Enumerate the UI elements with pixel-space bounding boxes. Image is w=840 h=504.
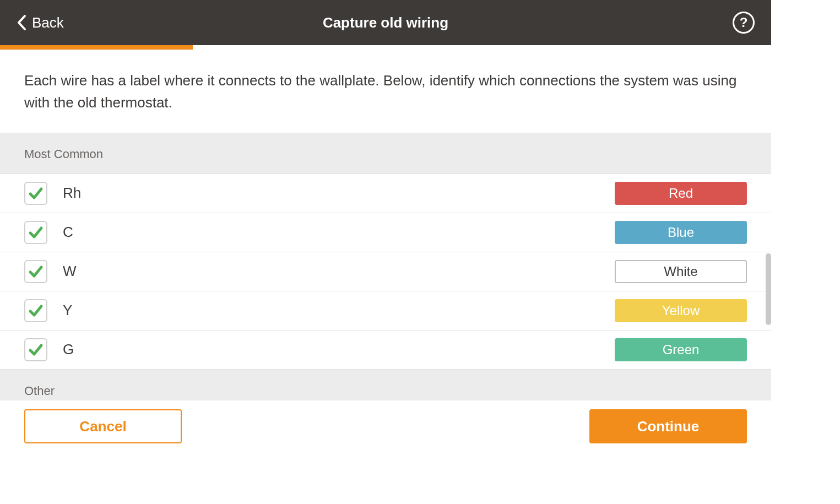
wire-label: Y — [63, 302, 599, 319]
back-button[interactable]: Back — [17, 14, 64, 31]
wire-color-badge[interactable]: Yellow — [615, 299, 747, 322]
page-title: Capture old wiring — [323, 14, 448, 31]
wire-checkbox[interactable] — [24, 182, 47, 205]
wire-label: G — [63, 341, 599, 358]
check-icon — [28, 263, 44, 280]
wire-checkbox[interactable] — [24, 260, 47, 283]
check-icon — [28, 224, 44, 241]
wire-checkbox[interactable] — [24, 338, 47, 361]
check-icon — [28, 185, 44, 202]
wire-row: CBlue — [0, 213, 771, 252]
section-common-header: Most Common — [0, 133, 771, 174]
wire-label: Rh — [63, 185, 599, 202]
continue-label: Continue — [637, 418, 700, 435]
wire-color-badge[interactable]: Red — [615, 182, 747, 205]
footer-actions: Cancel Continue — [0, 400, 771, 504]
help-button[interactable]: ? — [733, 12, 755, 34]
wire-label: C — [63, 224, 599, 241]
cancel-label: Cancel — [79, 418, 126, 435]
wire-checkbox[interactable] — [24, 221, 47, 244]
wire-list: RhRedCBlueWWhiteYYellowGGreen — [0, 174, 771, 370]
help-icon: ? — [740, 15, 748, 30]
wire-color-badge[interactable]: White — [615, 260, 747, 283]
wire-checkbox[interactable] — [24, 299, 47, 322]
app-header: Back Capture old wiring ? — [0, 0, 771, 45]
cancel-button[interactable]: Cancel — [24, 409, 182, 443]
progress-fill — [0, 45, 193, 50]
wire-color-badge[interactable]: Blue — [615, 221, 747, 244]
wire-row: YYellow — [0, 291, 771, 330]
instructions-text: Each wire has a label where it connects … — [0, 50, 771, 133]
chevron-left-icon — [17, 14, 26, 31]
wire-row: GGreen — [0, 330, 771, 370]
wire-row: WWhite — [0, 252, 771, 291]
scrollbar-thumb[interactable] — [766, 253, 771, 325]
back-label: Back — [32, 14, 64, 31]
continue-button[interactable]: Continue — [589, 409, 747, 443]
wire-color-badge[interactable]: Green — [615, 338, 747, 361]
progress-bar — [0, 45, 771, 50]
wire-row: RhRed — [0, 174, 771, 213]
check-icon — [28, 342, 44, 358]
wire-label: W — [63, 263, 599, 280]
check-icon — [28, 302, 44, 319]
